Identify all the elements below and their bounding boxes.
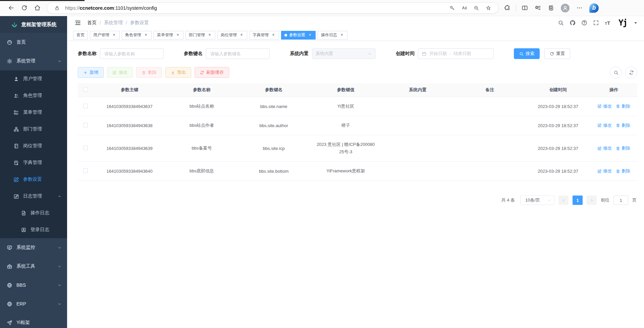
builtin-label: 系统内置 — [290, 51, 309, 57]
favorites-icon[interactable] — [535, 5, 541, 11]
next-page-button[interactable] — [587, 196, 597, 205]
search-button-label: 搜索 — [526, 51, 534, 57]
row-modify-label: 修改 — [603, 122, 612, 128]
page-1-button[interactable]: 1 — [573, 196, 583, 205]
sidebar-item-config[interactable]: 参数设置 — [0, 171, 67, 188]
row-delete-link[interactable]: 删除 — [616, 145, 630, 151]
sidebar-item-home[interactable]: 首页 — [0, 33, 67, 52]
tab-operlog[interactable]: 操作日志× — [318, 31, 347, 40]
tab-role[interactable]: 角色管理× — [122, 31, 152, 40]
search-icon — [613, 70, 619, 75]
row-delete-link[interactable]: 删除 — [616, 103, 630, 109]
user-caret-icon[interactable] — [633, 20, 639, 26]
address-bar[interactable]: https://ccnetcore.com:1101/system/config — [47, 2, 499, 14]
refresh-cache-button[interactable]: 刷新缓存 — [195, 67, 229, 78]
page-size-select[interactable]: 10条/页 — [520, 196, 554, 205]
tab-close-icon[interactable]: × — [308, 33, 312, 38]
add-button[interactable]: 新增 — [78, 67, 104, 78]
profile-avatar[interactable] — [561, 4, 570, 12]
param-name-input[interactable] — [100, 48, 164, 59]
table-refresh-button[interactable] — [625, 66, 637, 78]
user-logo[interactable]: Yj — [619, 18, 627, 28]
sidebar-item-bbs[interactable]: BBS — [0, 276, 67, 294]
sidebar-item-operlog[interactable]: 操作日志 — [0, 205, 67, 221]
tab-close-icon[interactable]: × — [112, 33, 116, 38]
tab-close-icon[interactable]: × — [207, 33, 212, 38]
font-size-icon[interactable]: TT — [605, 20, 610, 26]
row-delete-link[interactable]: 删除 — [616, 168, 630, 174]
row-modify-link[interactable]: 修改 — [597, 103, 612, 109]
sidebar-item-monitor[interactable]: 系统监控 — [0, 238, 67, 257]
sidebar-item-tool[interactable]: 系统工具 — [0, 257, 67, 276]
row-checkbox[interactable] — [83, 168, 88, 173]
export-button[interactable]: 导出 — [165, 67, 191, 78]
builtin-select[interactable]: 系统内置 — [312, 48, 376, 59]
reset-button[interactable]: 重置 — [544, 48, 570, 59]
sidebar-item-dict[interactable]: 字典管理 — [0, 154, 67, 171]
row-remark — [454, 135, 526, 162]
sidebar-item-post[interactable]: 岗位管理 — [0, 138, 67, 154]
row-modify-link[interactable]: 修改 — [597, 168, 612, 174]
row-modify-link[interactable]: 修改 — [597, 145, 612, 151]
sidebar-item-loginlog[interactable]: 登录日志 — [0, 221, 67, 238]
help-icon[interactable] — [581, 20, 587, 26]
tab-dept[interactable]: 部门管理× — [185, 31, 215, 40]
sidebar-item-role[interactable]: 角色管理 — [0, 87, 67, 104]
row-modify-link[interactable]: 修改 — [597, 122, 612, 128]
row-checkbox[interactable] — [83, 146, 88, 150]
tab-close-icon[interactable]: × — [144, 33, 148, 38]
sidebar-item-user[interactable]: 用户管理 — [0, 70, 67, 87]
tab-dict[interactable]: 字典管理× — [249, 31, 279, 40]
tab-close-icon[interactable]: × — [339, 33, 344, 38]
browser-back-icon[interactable] — [8, 5, 14, 11]
extensions-icon[interactable] — [504, 5, 511, 11]
read-aloud-icon[interactable] — [462, 5, 467, 11]
table-search-button[interactable] — [610, 66, 622, 78]
tab-config[interactable]: 参数设置× — [281, 31, 316, 40]
sidebar-fold-icon[interactable] — [74, 19, 81, 26]
tab-menu[interactable]: 菜单管理× — [154, 31, 183, 40]
row-delete-link[interactable]: 删除 — [616, 122, 630, 128]
app-logo[interactable]: 意框架管理系统 — [0, 16, 67, 33]
browser-home-icon[interactable] — [34, 5, 41, 11]
split-screen-icon[interactable] — [522, 5, 528, 11]
tab-close-icon[interactable]: × — [239, 33, 244, 38]
password-icon[interactable] — [449, 5, 455, 11]
goto-page-input[interactable] — [613, 196, 628, 205]
delete-button[interactable]: 删除 — [136, 67, 162, 78]
select-all-checkbox[interactable] — [83, 87, 88, 92]
collections-icon[interactable] — [548, 5, 554, 11]
sidebar-item-yi[interactable]: Yi框架 — [0, 313, 67, 328]
row-checkbox[interactable] — [83, 104, 88, 108]
sidebar-item-label: 首页 — [16, 39, 64, 45]
breadcrumb-item[interactable]: 首页 — [87, 20, 97, 26]
tab-label: 菜单管理 — [157, 32, 173, 38]
favorite-add-icon[interactable] — [486, 5, 491, 11]
browser-more-icon[interactable] — [576, 5, 583, 11]
url-text[interactable]: https://ccnetcore.com:1101/system/config — [65, 5, 446, 11]
tab-close-icon[interactable]: × — [175, 33, 180, 38]
sidebar-item-dept[interactable]: 部门管理 — [0, 121, 67, 138]
browser-refresh-icon[interactable] — [21, 5, 28, 11]
fullscreen-icon[interactable] — [593, 20, 599, 26]
copilot-icon[interactable]: b — [589, 3, 599, 13]
tab-home[interactable]: 首页 — [73, 31, 88, 40]
sidebar-item-erp[interactable]: ERP — [0, 294, 67, 313]
tab-post[interactable]: 岗位管理× — [217, 31, 247, 40]
row-checkbox[interactable] — [83, 123, 88, 127]
table-body: 1641030593384943637bbs站点名称bbs.site.nameY… — [78, 97, 637, 181]
sidebar-item-menu[interactable]: 菜单管理 — [0, 104, 67, 121]
date-range-picker[interactable]: 开始日期 - 结束日期 — [418, 48, 494, 59]
sidebar-item-system[interactable]: 系统管理 — [0, 52, 67, 70]
header-search-icon[interactable] — [558, 20, 564, 26]
sidebar-item-log[interactable]: 日志管理 — [0, 188, 67, 205]
search-button[interactable]: 搜索 — [514, 48, 540, 59]
chevron-down-icon — [547, 198, 551, 202]
param-key-input[interactable] — [206, 48, 270, 59]
prev-page-button[interactable] — [558, 196, 569, 205]
tab-user[interactable]: 用户管理× — [90, 31, 120, 40]
tab-close-icon[interactable]: × — [271, 33, 276, 38]
zoom-out-icon[interactable] — [474, 5, 479, 11]
github-icon[interactable] — [570, 20, 576, 26]
edit-button[interactable]: 修改 — [107, 67, 133, 78]
